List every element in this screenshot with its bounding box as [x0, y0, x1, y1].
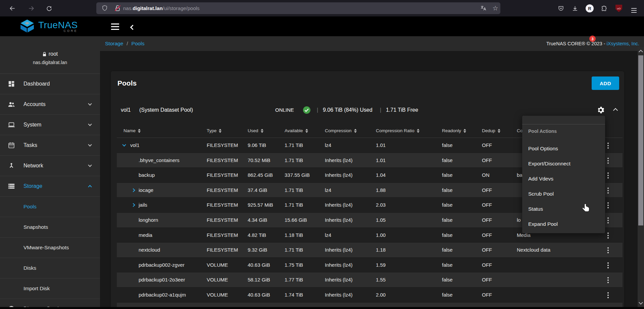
row-actions-kebab-icon[interactable]	[605, 186, 611, 195]
sidebar-item-storage[interactable]: Storage	[0, 176, 100, 197]
sidebar-subitem-snapshots[interactable]: Snapshots	[0, 217, 100, 238]
ixsystems-link[interactable]: iXsystems, Inc.	[607, 41, 640, 46]
cell-available: 1.71 TiB	[285, 243, 303, 258]
truenas-logo[interactable]: TrueNAS CORE	[19, 19, 78, 33]
row-actions-kebab-icon[interactable]	[605, 261, 611, 270]
sidebar-subitem-label: Pools	[23, 204, 37, 210]
cell-used: 40.63 GiB	[248, 288, 270, 303]
sidebar-item-tasks[interactable]: Tasks	[0, 135, 100, 156]
browser-menu-icon[interactable]	[630, 6, 638, 15]
column-label: Compression Ratio	[376, 123, 414, 138]
reload-button[interactable]	[45, 4, 53, 13]
sidebar-subitem-vmware-snapshots[interactable]: VMware-Snapshots	[0, 238, 100, 258]
cell-dedup: OFF	[482, 272, 492, 288]
cell-compression: Inherits (lz4)	[325, 243, 353, 258]
scrollbar-thumb[interactable]	[638, 55, 643, 225]
sidebar-item-label: Tasks	[23, 142, 37, 148]
breadcrumb-storage-link[interactable]: Storage	[105, 41, 123, 46]
column-header-compression-ratio[interactable]: Compression Ratio	[376, 123, 419, 138]
sidebar-item-dashboard[interactable]: Dashboard	[0, 74, 100, 94]
ublock-icon[interactable]: uO	[614, 4, 623, 13]
forward-button[interactable]	[27, 4, 36, 13]
pool-tag: (System Dataset Pool)	[139, 102, 193, 118]
column-header-type[interactable]: Type	[207, 123, 221, 138]
cell-used: 9.06 TiB	[248, 138, 266, 153]
sidebar-subitem-pools[interactable]: Pools	[0, 197, 100, 217]
translate-icon[interactable]	[479, 4, 488, 12]
column-header-dedup[interactable]: Dedup	[482, 123, 500, 138]
cell-dedup: OFF	[482, 228, 492, 243]
pool-actions-gear-icon[interactable]	[595, 104, 607, 116]
cell-dedup: OFF	[482, 153, 492, 168]
menu-item-status[interactable]: Status	[522, 201, 605, 216]
cell-ratio: 2.03	[376, 198, 386, 213]
sidebar-item-accounts[interactable]: Accounts	[0, 94, 100, 115]
row-actions-kebab-icon[interactable]	[605, 171, 611, 180]
sort-icon	[354, 129, 357, 133]
sidebar-item-system[interactable]: System	[0, 115, 100, 135]
extensions-puzzle-icon[interactable]	[600, 4, 608, 13]
column-header-used[interactable]: Used	[248, 123, 263, 138]
chevron-up-icon	[88, 185, 92, 189]
add-pool-button[interactable]: ADD	[592, 76, 619, 90]
chevron-right-expander-icon[interactable]	[131, 188, 135, 192]
sidebar-subitem-disks[interactable]: Disks	[0, 258, 100, 278]
row-actions-kebab-icon[interactable]	[605, 291, 611, 300]
url-bar[interactable]: nas.digitalrat.lan/ui/storage/pools ☆	[96, 2, 500, 14]
back-button[interactable]	[8, 4, 17, 13]
cell-dedup: ON	[482, 168, 490, 183]
menu-item-export-disconnect[interactable]: Export/Disconnect	[522, 156, 605, 171]
url-prefix: nas.	[123, 5, 133, 11]
cell-compression: lz4	[325, 228, 331, 243]
sidebar-item-label: Network	[23, 163, 43, 169]
sort-icon	[463, 129, 466, 133]
downloads-icon[interactable]	[571, 4, 579, 13]
menu-item-add-vdevs[interactable]: Add Vdevs	[522, 171, 605, 186]
sidebar-item-network[interactable]: Network	[0, 156, 100, 176]
profile-avatar[interactable]: R	[585, 4, 594, 13]
notification-badge: 3	[589, 36, 596, 42]
row-actions-kebab-icon[interactable]	[605, 216, 611, 225]
column-header-compression[interactable]: Compression	[325, 123, 357, 138]
system-icon	[7, 121, 15, 129]
insecure-lock-icon[interactable]	[113, 4, 122, 12]
sidenav-toggle-icon[interactable]	[111, 23, 119, 30]
menu-item-expand-pool[interactable]: Expand Pool	[522, 216, 605, 231]
cell-readonly: false	[442, 168, 453, 183]
breadcrumb-pools-link[interactable]: Pools	[132, 41, 145, 46]
sort-icon	[305, 129, 308, 133]
row-actions-kebab-icon[interactable]	[605, 156, 611, 165]
cell-available: 1.71 TiB	[285, 138, 303, 153]
cell-dedup: OFF	[482, 198, 492, 213]
cell-name: backup	[139, 168, 155, 183]
menu-item-pool-options[interactable]: Pool Options	[522, 141, 605, 156]
column-header-name[interactable]: Name	[123, 123, 141, 138]
row-actions-kebab-icon[interactable]	[605, 141, 611, 150]
row-actions-kebab-icon[interactable]	[605, 275, 611, 285]
summary-separator: |	[317, 102, 318, 118]
table-row: pdrbackup01-2o3eerVOLUME58.12 GiB1.77 Ti…	[117, 272, 623, 288]
sidebar-nav: DashboardAccountsSystemTasksNetworkStora…	[0, 74, 100, 309]
sort-icon	[498, 129, 500, 133]
row-actions-kebab-icon[interactable]	[605, 246, 611, 255]
column-header-available[interactable]: Available	[285, 123, 308, 138]
cell-readonly: false	[442, 153, 453, 168]
cell-type: FILESYSTEM	[207, 243, 238, 258]
sidebar-subitem-import-disk[interactable]: Import Disk	[0, 278, 100, 299]
cell-available: 1.18 TiB	[285, 228, 303, 243]
sidenav-collapse-icon[interactable]	[130, 25, 136, 30]
chevron-down-expander-icon[interactable]	[122, 143, 126, 146]
tracking-shield-icon[interactable]	[100, 4, 109, 12]
cell-available: 15.66 GiB	[285, 213, 307, 228]
bookmark-star-icon[interactable]: ☆	[491, 4, 500, 12]
cell-ratio: 1.01	[376, 153, 386, 168]
chevron-right-expander-icon[interactable]	[131, 203, 135, 207]
cell-compression: Inherits (lz4)	[325, 213, 353, 228]
menu-item-scrub-pool[interactable]: Scrub Pool	[522, 186, 605, 201]
row-actions-kebab-icon[interactable]	[605, 201, 611, 210]
pocket-icon[interactable]	[556, 4, 565, 13]
column-header-readonly[interactable]: Readonly	[442, 123, 466, 138]
row-actions-kebab-icon[interactable]	[605, 231, 611, 240]
url-text[interactable]: nas.digitalrat.lan/ui/storage/pools	[123, 2, 200, 14]
pool-collapse-chevron[interactable]	[611, 106, 620, 114]
